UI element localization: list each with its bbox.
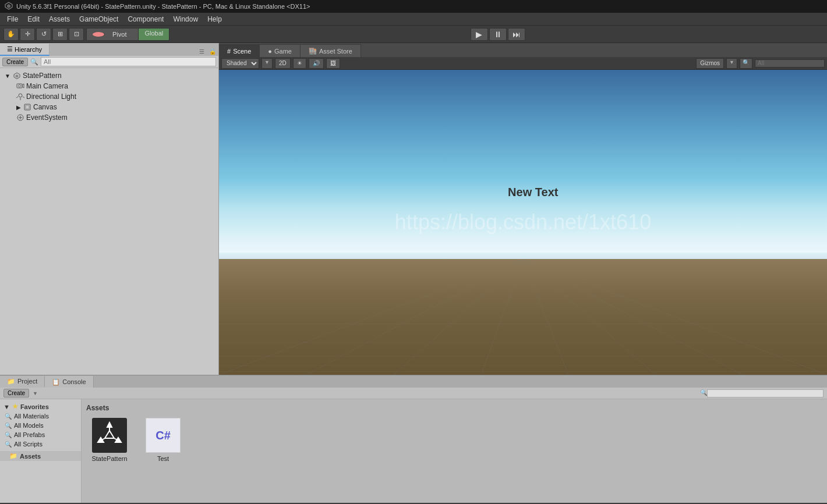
create-dropdown-icon: ▼ xyxy=(33,391,38,396)
menu-component[interactable]: Component xyxy=(123,14,168,24)
menu-gameobject[interactable]: GameObject xyxy=(75,14,123,24)
favorites-star-icon: ★ xyxy=(12,403,18,410)
csharp-label: C# xyxy=(155,429,171,442)
hierarchy-search-input[interactable] xyxy=(41,57,216,66)
project-main: Assets xyxy=(82,399,827,503)
tab-console[interactable]: 📋 Console xyxy=(45,376,93,388)
menu-file[interactable]: File xyxy=(2,14,23,24)
canvas-arrow: ▶ xyxy=(16,104,21,111)
project-search-input[interactable] xyxy=(707,389,824,397)
all-models-label: All Models xyxy=(14,422,44,429)
pivot-global-toggle[interactable]: Pivot Global xyxy=(86,28,169,41)
tab-project[interactable]: 📁 Project xyxy=(0,376,45,388)
hierarchy-create-button[interactable]: Create xyxy=(2,58,28,66)
menu-edit[interactable]: Edit xyxy=(23,14,44,24)
scale-tool-button[interactable]: ⊞ xyxy=(52,28,68,41)
unity-asset-icon xyxy=(92,418,127,453)
svg-line-20 xyxy=(523,259,568,375)
sidebar-item-all-materials[interactable]: 🔍 All Materials xyxy=(0,411,81,421)
audio-toggle-button[interactable]: 🔊 xyxy=(309,58,324,69)
bottom-content: ▼ ★ Favorites 🔍 All Materials 🔍 All Mode… xyxy=(0,399,827,503)
hierarchy-search-bar: Create 🔍 xyxy=(0,56,218,68)
menu-window[interactable]: Window xyxy=(168,14,203,24)
csharp-icon: C# xyxy=(146,418,181,453)
sidebar-item-all-scripts[interactable]: 🔍 All Scripts xyxy=(0,439,81,449)
search-icon-bottom: 🔍 xyxy=(700,389,707,397)
svg-point-7 xyxy=(19,94,22,97)
svg-rect-12 xyxy=(26,105,29,109)
search-icon-scene: 🔍 xyxy=(740,58,752,69)
hand-tool-button[interactable]: ✋ xyxy=(3,28,19,41)
scene-tab-label: Scene xyxy=(233,48,251,55)
game-tab-icon: ● xyxy=(268,48,272,55)
scene-grid xyxy=(219,259,827,375)
svg-marker-1 xyxy=(7,4,10,8)
tab-scene[interactable]: # Scene xyxy=(219,44,260,57)
hierarchy-lock-btn[interactable]: 🔒 xyxy=(207,47,218,56)
assets-folder-header[interactable]: 📁 Assets xyxy=(0,451,81,461)
svg-line-16 xyxy=(219,259,523,375)
sidebar-item-all-models[interactable]: 🔍 All Models xyxy=(0,421,81,430)
search-icon-sm3: 🔍 xyxy=(5,432,12,438)
hierarchy-item-canvas[interactable]: ▶ Canvas xyxy=(0,102,218,112)
asset-item-test[interactable]: C# Test xyxy=(140,417,186,462)
tab-game[interactable]: ● Game xyxy=(260,44,301,57)
step-button[interactable]: ⏭ xyxy=(508,28,525,41)
hierarchy-item-statepattern[interactable]: ▼ StatePattern xyxy=(0,70,218,81)
scene-search-input[interactable] xyxy=(755,59,825,68)
favorites-arrow: ▼ xyxy=(3,403,10,410)
light-icon xyxy=(16,93,24,101)
title-bar: Unity 5.6.3f1 Personal (64bit) - StatePa… xyxy=(0,0,827,13)
favorites-label: Favorites xyxy=(20,403,49,410)
pause-button[interactable]: ⏸ xyxy=(489,28,507,41)
svg-line-10 xyxy=(23,97,24,98)
assets-header: Assets xyxy=(86,404,822,412)
project-tab-icon: 📁 xyxy=(7,378,15,385)
console-tab-icon: 📋 xyxy=(52,378,60,386)
tab-asset-store[interactable]: 🏬 Asset Store xyxy=(301,44,361,57)
scene-toolbar: Shaded ▼ 2D ☀ 🔊 🖼 Gizmos ▼ 🔍 xyxy=(219,57,827,70)
search-icon: 🔍 xyxy=(30,58,38,66)
hierarchy-item-directional-light[interactable]: Directional Light xyxy=(0,91,218,102)
statepattern-label: StatePattern xyxy=(23,72,62,80)
title-text: Unity 5.6.3f1 Personal (64bit) - StatePa… xyxy=(16,3,310,10)
play-controls: ▶ ⏸ ⏭ xyxy=(471,28,525,41)
menu-assets[interactable]: Assets xyxy=(44,14,75,24)
eventsystem-label: EventSystem xyxy=(26,113,68,122)
sidebar-item-all-prefabs[interactable]: 🔍 All Prefabs xyxy=(0,430,81,439)
global-btn[interactable]: Global xyxy=(139,29,169,40)
shading-dropdown[interactable]: Shaded xyxy=(221,58,259,69)
unity-icon xyxy=(13,72,21,80)
move-tool-button[interactable]: ✛ xyxy=(20,28,35,41)
2d-toggle-button[interactable]: 2D xyxy=(275,58,291,69)
rotate-tool-button[interactable]: ↺ xyxy=(36,28,51,41)
bottom-tabs-bar: 📁 Project 📋 Console xyxy=(0,375,827,388)
lighting-toggle-button[interactable]: ☀ xyxy=(293,58,306,69)
tab-hierarchy[interactable]: ☰ Hierarchy xyxy=(0,44,50,56)
rect-tool-button[interactable]: ⊡ xyxy=(69,28,84,41)
statepattern-arrow: ▼ xyxy=(5,73,10,79)
play-button[interactable]: ▶ xyxy=(471,28,488,41)
project-create-button[interactable]: Create xyxy=(3,389,29,397)
menu-help[interactable]: Help xyxy=(203,14,227,24)
toolbar: ✋ ✛ ↺ ⊞ ⊡ Pivot Global ▶ ⏸ ⏭ xyxy=(0,26,827,43)
hierarchy-menu-btn[interactable]: ☰ xyxy=(197,47,207,56)
bottom-search-area: 🔍 xyxy=(41,389,824,397)
hierarchy-panel: ☰ Hierarchy ☰ 🔒 Create 🔍 ▼ StatePattern xyxy=(0,43,219,375)
asset-store-tab-icon: 🏬 xyxy=(309,47,317,55)
hierarchy-item-main-camera[interactable]: Main Camera xyxy=(0,81,218,91)
asset-item-statepattern[interactable]: StatePattern xyxy=(86,417,133,462)
unity-logo-icon xyxy=(5,2,13,11)
asset-store-tab-label: Asset Store xyxy=(319,48,352,55)
all-scripts-label: All Scripts xyxy=(14,441,43,448)
hierarchy-content: ▼ StatePattern Main Camera xyxy=(0,68,218,375)
hierarchy-item-eventsystem[interactable]: EventSystem xyxy=(0,112,218,123)
canvas-icon xyxy=(23,103,31,111)
pivot-btn[interactable]: Pivot xyxy=(87,29,139,40)
gizmos-button[interactable]: Gizmos xyxy=(696,58,724,69)
svg-line-23 xyxy=(523,259,827,375)
scene-viewport[interactable]: New Text https://blog.csdn.net/1xt610 xyxy=(219,70,827,375)
effects-toggle-button[interactable]: 🖼 xyxy=(326,58,340,69)
camera-icon xyxy=(16,82,24,90)
bottom-section: 📁 Project 📋 Console Create ▼ 🔍 ▼ ★ Favor… xyxy=(0,375,827,503)
